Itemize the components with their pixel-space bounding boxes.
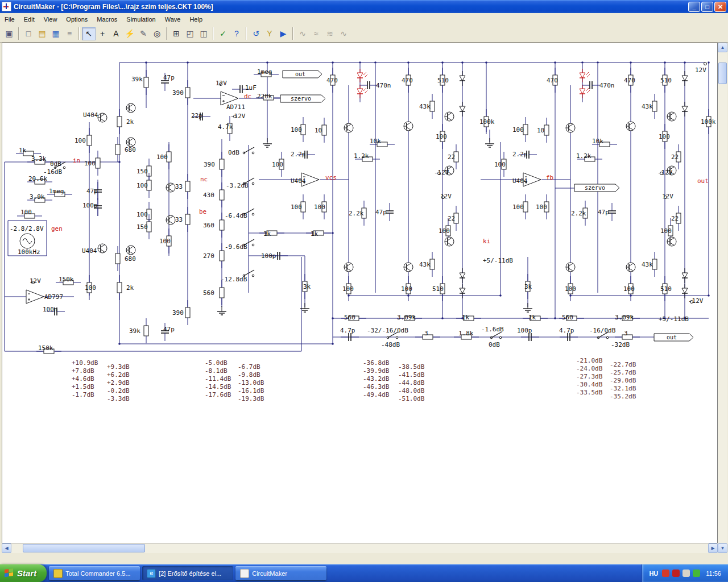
task-button[interactable]: e[2] Erősítő építése el...	[142, 566, 233, 580]
split-view-icon[interactable]: ◫	[197, 27, 210, 40]
horizontal-scroll-thumb[interactable]	[23, 544, 145, 552]
task-button[interactable]: CircuitMaker	[235, 566, 326, 580]
schematic-canvas[interactable]	[2, 43, 718, 543]
horizontal-scrollbar[interactable]: ◀ ▶	[2, 543, 718, 553]
toolbar-separator	[213, 27, 214, 40]
scroll-left-button[interactable]: ◀	[2, 543, 11, 553]
text-tool-icon[interactable]: A	[109, 27, 123, 40]
menu-file[interactable]: File	[0, 14, 19, 24]
toolbar-separator	[292, 27, 293, 40]
windows-flag-icon	[5, 568, 14, 578]
task-button-label: Total Commander 6.5...	[65, 570, 130, 577]
schematic-window-icon[interactable]: ▣	[2, 27, 16, 40]
security-alert-icon[interactable]	[662, 569, 669, 577]
digital-analog-check-icon[interactable]: ✓	[216, 27, 230, 40]
window-title: CircuitMaker - [C:\Program Files\...\raj…	[14, 3, 688, 11]
system-tray: HU 11:56	[642, 564, 728, 582]
new-file-icon[interactable]: □	[22, 27, 35, 40]
delete-tool-icon[interactable]: ⚡	[123, 27, 136, 40]
scroll-down-button[interactable]: ▼	[718, 543, 727, 553]
wire-tool-icon[interactable]: +	[96, 27, 109, 40]
task-button-icon	[53, 569, 63, 578]
toolbar-separator	[78, 27, 80, 40]
menu-options[interactable]: Options	[61, 14, 92, 24]
arrow-tool-icon[interactable]: ↖	[82, 27, 96, 40]
toolbar-separator	[246, 27, 247, 40]
minimize-button[interactable]: _	[688, 2, 700, 12]
maximize-button[interactable]: □	[701, 2, 713, 12]
save-file-icon[interactable]: ▦	[49, 27, 63, 40]
waveform-scope-4-icon[interactable]: ∿	[337, 27, 350, 40]
scroll-up-button[interactable]: ▲	[718, 43, 727, 52]
messenger-icon[interactable]	[693, 569, 700, 577]
taskbar: Start Total Commander 6.5...e[2] Erősítő…	[0, 564, 728, 582]
toolbar-separator	[18, 27, 19, 40]
app-icon	[2, 2, 11, 11]
titlebar[interactable]: CircuitMaker - [C:\Program Files\...\raj…	[0, 0, 728, 13]
probe-icon[interactable]: Y	[263, 27, 276, 40]
menu-edit[interactable]: Edit	[19, 14, 39, 24]
run-simulation-icon[interactable]: ▶	[276, 27, 290, 40]
task-button-icon: e	[147, 569, 156, 578]
toolbar: ▣□▤▦≡↖+A⚡✎◎⊞◰◫✓?↺Y▶∿≈≋∿	[0, 25, 728, 43]
clock: 11:56	[706, 570, 721, 577]
antivirus-icon[interactable]	[672, 569, 680, 577]
print-icon[interactable]: ≡	[63, 27, 76, 40]
volume-icon[interactable]	[682, 569, 690, 577]
task-button-label: [2] Erősítő építése el...	[159, 570, 221, 577]
toolbar-separator	[166, 27, 167, 40]
task-button-icon	[240, 569, 249, 578]
vertical-scrollbar[interactable]: ▲ ▼	[718, 43, 727, 553]
help-icon[interactable]: ?	[230, 27, 243, 40]
copy-clipboard-icon[interactable]: ◰	[183, 27, 197, 40]
start-button[interactable]: Start	[0, 564, 47, 582]
open-file-icon[interactable]: ▤	[35, 27, 49, 40]
scroll-right-button[interactable]: ▶	[708, 543, 718, 553]
language-indicator[interactable]: HU	[649, 570, 658, 577]
task-button-label: CircuitMaker	[252, 570, 287, 577]
status-strip	[0, 553, 728, 564]
menu-macros[interactable]: Macros	[92, 14, 122, 24]
zoom-area-icon[interactable]: ⊞	[169, 27, 183, 40]
task-button[interactable]: Total Commander 6.5...	[49, 566, 140, 580]
close-button[interactable]: ✕	[714, 2, 726, 12]
zoom-tool-icon[interactable]: ◎	[150, 27, 164, 40]
waveform-scope-3-icon[interactable]: ≋	[323, 27, 337, 40]
start-label: Start	[17, 568, 36, 578]
waveform-scope-1-icon[interactable]: ∿	[296, 27, 309, 40]
reset-simulation-icon[interactable]: ↺	[249, 27, 263, 40]
vertical-scroll-thumb[interactable]	[718, 63, 727, 84]
menubar: FileEditViewOptionsMacrosSimulationWaveH…	[0, 13, 728, 26]
waveform-scope-2-icon[interactable]: ≈	[309, 27, 323, 40]
menu-help[interactable]: Help	[185, 14, 207, 24]
menu-view[interactable]: View	[39, 14, 62, 24]
edit-tool-icon[interactable]: ✎	[136, 27, 150, 40]
menu-wave[interactable]: Wave	[160, 14, 185, 24]
menu-simulation[interactable]: Simulation	[122, 14, 160, 24]
